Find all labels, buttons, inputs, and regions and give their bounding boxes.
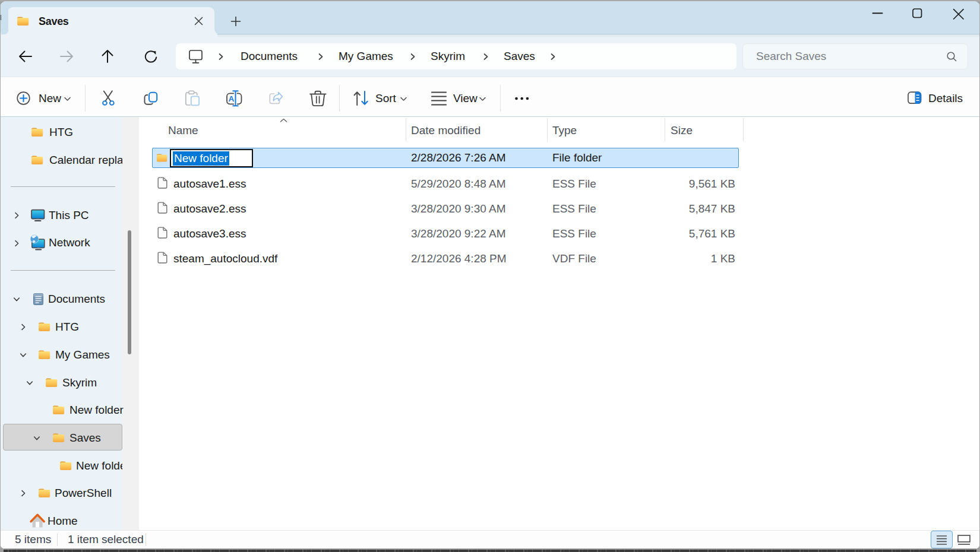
svg-text:A: A: [229, 94, 235, 103]
